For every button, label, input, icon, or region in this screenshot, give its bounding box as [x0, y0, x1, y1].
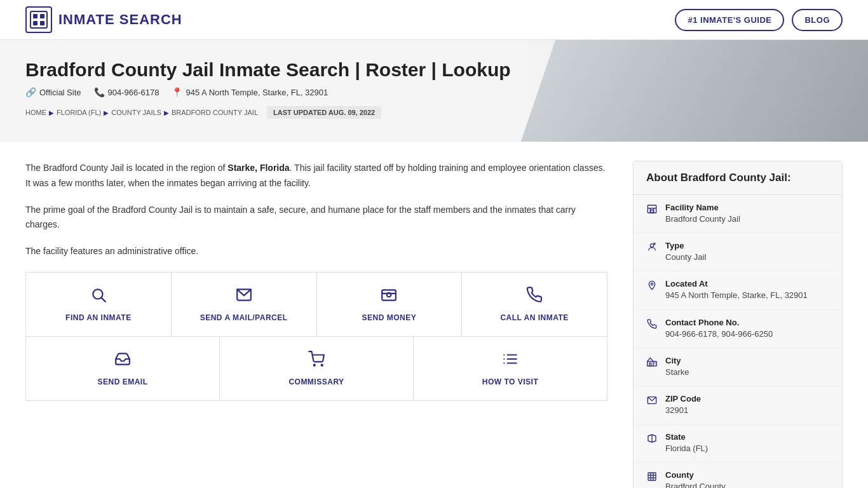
link-icon: 🔗 — [25, 87, 36, 97]
send-money-label: SEND MONEY — [362, 313, 417, 322]
logo-icon — [25, 6, 52, 33]
svg-rect-27 — [649, 363, 651, 366]
county-label: County — [665, 470, 829, 480]
search-icon — [90, 287, 107, 307]
state-value: Florida (FL) — [665, 443, 829, 454]
description-p1: The Bradford County Jail is located in t… — [25, 161, 607, 191]
address-text: 945 A North Temple, Starke, FL, 32901 — [186, 88, 328, 97]
location-icon: 📍 — [172, 87, 182, 97]
state-label: State — [665, 432, 829, 442]
type-row: Type County Jail — [634, 233, 842, 271]
contact-phone-row: Contact Phone No. 904-966-6178, 904-966-… — [634, 310, 842, 348]
location-pin-icon — [646, 280, 658, 293]
call-inmate-cell[interactable]: CALL AN INMATE — [462, 273, 607, 336]
type-content: Type County Jail — [665, 241, 829, 263]
hero-content: Bradford County Jail Inmate Search | Ros… — [25, 59, 843, 119]
county-icon — [646, 471, 658, 484]
send-mail-label: SEND A MAIL/PARCEL — [200, 313, 288, 322]
facility-name-label: Facility Name — [665, 203, 829, 212]
about-card: About Bradford County Jail: — [633, 161, 843, 488]
contact-phone-value: 904-966-6178, 904-966-6250 — [665, 329, 829, 340]
zip-icon — [646, 395, 658, 408]
breadcrumb: HOME ▶ FLORIDA (FL) ▶ COUNTY JAILS ▶ BRA… — [25, 106, 843, 119]
how-to-visit-cell[interactable]: HOW TO VISIT — [414, 337, 607, 400]
svg-rect-19 — [648, 205, 656, 213]
description-p3: The facility features an administrative … — [25, 244, 607, 259]
about-card-header: About Bradford County Jail: — [634, 161, 842, 195]
last-updated-badge: LAST UPDATED AUG. 09, 2022 — [267, 106, 381, 119]
location-bold: Starke, Florida — [227, 163, 289, 173]
facility-name-value: Bradford County Jail — [665, 214, 829, 225]
list-icon — [502, 351, 519, 371]
hero-meta: 🔗 Official Site 📞 904-966-6178 📍 945 A N… — [25, 87, 843, 97]
svg-point-24 — [650, 244, 653, 247]
blog-button[interactable]: BLOG — [792, 9, 843, 31]
phone-meta: 📞 904-966-6178 — [94, 87, 159, 97]
find-inmate-cell[interactable]: FIND AN INMATE — [26, 273, 172, 336]
sep2: ▶ — [104, 109, 109, 116]
svg-rect-4 — [40, 21, 44, 25]
official-site-label: Official Site — [39, 88, 81, 97]
about-card-title: About Bradford County Jail: — [646, 172, 829, 184]
city-content: City Starke — [665, 356, 829, 378]
cart-icon — [308, 351, 325, 371]
sep1: ▶ — [49, 109, 54, 116]
located-at-label: Located At — [665, 279, 829, 288]
money-icon — [381, 287, 397, 307]
svg-rect-2 — [40, 14, 44, 18]
state-icon — [646, 433, 658, 446]
type-value: County Jail — [665, 252, 829, 263]
city-label: City — [665, 356, 829, 365]
main-layout: The Bradford County Jail is located in t… — [0, 142, 868, 488]
zip-label: ZIP Code — [665, 394, 829, 403]
main-content: The Bradford County Jail is located in t… — [25, 161, 633, 488]
inmates-guide-button[interactable]: #1 INMATE'S GUIDE — [675, 9, 784, 31]
hero-section: Bradford County Jail Inmate Search | Ros… — [0, 40, 868, 142]
sep3: ▶ — [164, 109, 169, 116]
city-icon — [646, 357, 658, 370]
logo-area: INMATE SEARCH — [25, 6, 182, 33]
official-site-link[interactable]: 🔗 Official Site — [25, 87, 81, 97]
sidebar: About Bradford County Jail: — [633, 161, 843, 488]
breadcrumb-current: BRADFORD COUNTY JAIL — [172, 109, 258, 116]
svg-point-12 — [322, 365, 323, 366]
send-money-cell[interactable]: SEND MONEY — [317, 273, 463, 336]
state-row: State Florida (FL) — [634, 424, 842, 463]
mail-icon — [236, 287, 252, 307]
contact-phone-content: Contact Phone No. 904-966-6178, 904-966-… — [665, 318, 829, 340]
email-icon — [114, 351, 131, 371]
zip-content: ZIP Code 32901 — [665, 394, 829, 416]
svg-point-11 — [314, 365, 315, 366]
send-mail-cell[interactable]: SEND A MAIL/PARCEL — [172, 273, 317, 336]
located-at-content: Located At 945 A North Temple, Starke, F… — [665, 279, 829, 301]
action-grid: FIND AN INMATE SEND A MAIL/PARCEL — [25, 272, 607, 401]
action-row-2: SEND EMAIL COMMISSARY — [26, 337, 607, 400]
svg-rect-8 — [383, 290, 397, 300]
located-at-value: 945 A North Temple, Starke, FL, 32901 — [665, 290, 829, 301]
county-row: County Bradford County — [634, 463, 842, 488]
phone-number: 904-966-6178 — [108, 88, 159, 97]
send-email-cell[interactable]: SEND EMAIL — [26, 337, 220, 400]
breadcrumb-home[interactable]: HOME — [25, 109, 46, 116]
commissary-cell[interactable]: COMMISSARY — [220, 337, 414, 400]
city-value: Starke — [665, 367, 829, 378]
svg-rect-0 — [31, 11, 47, 28]
state-content: State Florida (FL) — [665, 432, 829, 454]
description-section: The Bradford County Jail is located in t… — [25, 161, 607, 259]
breadcrumb-florida[interactable]: FLORIDA (FL) — [57, 109, 101, 116]
svg-rect-26 — [648, 361, 653, 365]
county-value: Bradford County — [665, 481, 829, 488]
address-meta: 📍 945 A North Temple, Starke, FL, 32901 — [172, 87, 328, 97]
zip-row: ZIP Code 32901 — [634, 386, 842, 424]
svg-point-25 — [651, 283, 653, 285]
svg-line-6 — [102, 298, 105, 302]
phone-call-icon — [526, 287, 543, 307]
city-row: City Starke — [634, 348, 842, 386]
page-title: Bradford County Jail Inmate Search | Ros… — [25, 59, 843, 81]
breadcrumb-county-jails[interactable]: COUNTY JAILS — [111, 109, 161, 116]
type-icon — [646, 242, 658, 255]
action-row-1: FIND AN INMATE SEND A MAIL/PARCEL — [26, 273, 607, 337]
description-p2: The prime goal of the Bradford County Ja… — [25, 203, 607, 233]
svg-rect-3 — [33, 21, 37, 25]
about-card-body: Facility Name Bradford County Jail — [634, 195, 842, 488]
